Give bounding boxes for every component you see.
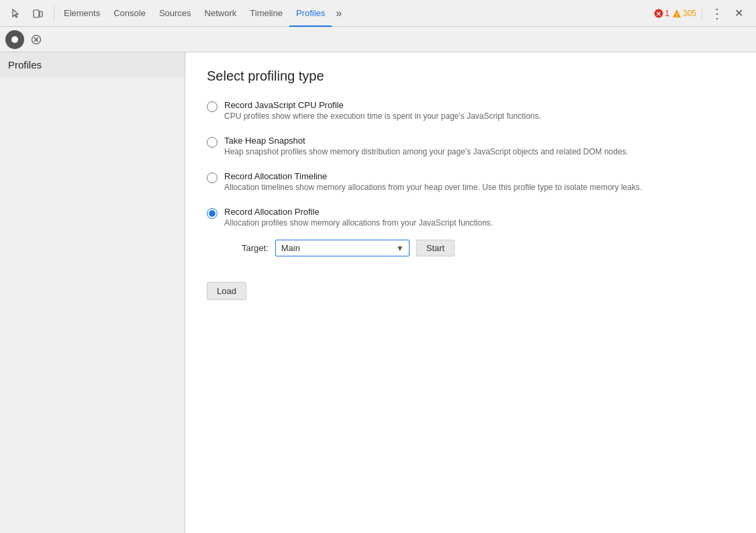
- tab-elements[interactable]: Elements: [57, 1, 107, 27]
- warning-badge: ! 305: [672, 9, 696, 18]
- option-cpu: Record JavaScript CPU Profile CPU profil…: [207, 100, 735, 122]
- option-heap: Take Heap Snapshot Heap snapshot profile…: [207, 136, 735, 158]
- svg-point-6: [11, 36, 18, 43]
- radio-heap[interactable]: [207, 137, 218, 148]
- main-area: Profiles Select profiling type Record Ja…: [0, 52, 756, 533]
- start-button[interactable]: Start: [416, 240, 455, 256]
- option-heap-desc: Heap snapshot profiles show memory distr…: [224, 146, 628, 158]
- radio-alloc-timeline-wrap[interactable]: [207, 173, 218, 185]
- badge-divider: [702, 8, 702, 19]
- tab-sources[interactable]: Sources: [152, 1, 198, 27]
- content-area: Select profiling type Record JavaScript …: [185, 52, 756, 533]
- option-alloc-profile-desc: Allocation profiles show memory allocati…: [224, 217, 493, 229]
- tab-profiles[interactable]: Profiles: [289, 1, 332, 27]
- option-allocation-profile: Record Allocation Profile Allocation pro…: [207, 207, 735, 256]
- option-alloc-timeline-desc: Allocation timelines show memory allocat…: [224, 181, 642, 193]
- svg-rect-0: [34, 10, 39, 17]
- radio-heap-wrap[interactable]: [207, 137, 218, 150]
- record-button[interactable]: [5, 30, 24, 49]
- option-alloc-profile-title[interactable]: Record Allocation Profile: [224, 207, 320, 217]
- error-count: 1: [665, 9, 669, 18]
- option-cpu-desc: CPU profiles show where the execution ti…: [224, 110, 541, 122]
- option-cpu-content: Record JavaScript CPU Profile CPU profil…: [224, 100, 541, 122]
- svg-rect-1: [40, 11, 42, 17]
- option-heap-content: Take Heap Snapshot Heap snapshot profile…: [224, 136, 628, 158]
- radio-alloc-timeline[interactable]: [207, 173, 218, 183]
- toolbar-right: ✕ 1 ! 305 ⋮ ✕: [649, 4, 753, 23]
- devtools-menu-button[interactable]: ⋮: [708, 4, 726, 23]
- option-alloc-timeline-title[interactable]: Record Allocation Timeline: [224, 171, 327, 181]
- error-badge: ✕ 1: [654, 9, 669, 18]
- warning-icon: !: [672, 9, 681, 18]
- radio-cpu[interactable]: [207, 101, 218, 112]
- page-title: Select profiling type: [207, 68, 735, 84]
- stop-button[interactable]: [27, 30, 46, 49]
- load-button[interactable]: Load: [207, 282, 246, 300]
- toolbar-icons: [3, 4, 51, 23]
- tab-network[interactable]: Network: [198, 1, 244, 27]
- cursor-tool-button[interactable]: [7, 4, 26, 23]
- stop-icon: [32, 35, 41, 44]
- tab-timeline[interactable]: Timeline: [243, 1, 289, 27]
- record-icon: [11, 36, 19, 44]
- option-cpu-title[interactable]: Record JavaScript CPU Profile: [224, 100, 344, 110]
- svg-text:✕: ✕: [656, 11, 661, 17]
- close-devtools-button[interactable]: ✕: [729, 4, 748, 23]
- svg-text:!: !: [676, 11, 678, 17]
- more-tabs-button[interactable]: »: [332, 0, 346, 26]
- tab-console[interactable]: Console: [107, 1, 152, 27]
- toolbar-divider: [54, 5, 54, 21]
- devtools-toolbar: Elements Console Sources Network Timelin…: [0, 0, 756, 27]
- option-alloc-profile-content: Record Allocation Profile Allocation pro…: [224, 207, 493, 256]
- warning-count: 305: [683, 9, 696, 18]
- radio-alloc-profile-wrap[interactable]: [207, 208, 218, 221]
- error-icon: ✕: [654, 9, 663, 18]
- sidebar: Profiles: [0, 52, 185, 533]
- target-select-wrapper: Main ▼: [275, 240, 410, 256]
- tabs-area: Elements Console Sources Network Timelin…: [57, 0, 649, 26]
- option-heap-title[interactable]: Take Heap Snapshot: [224, 136, 305, 146]
- target-label: Target:: [242, 243, 269, 253]
- radio-cpu-wrap[interactable]: [207, 101, 218, 114]
- target-select[interactable]: Main: [275, 240, 410, 256]
- device-mode-button[interactable]: [28, 4, 47, 23]
- second-toolbar: [0, 27, 756, 52]
- sidebar-title: Profiles: [0, 52, 185, 77]
- radio-alloc-profile[interactable]: [207, 208, 218, 219]
- option-alloc-timeline-content: Record Allocation Timeline Allocation ti…: [224, 171, 642, 193]
- target-row: Target: Main ▼ Start: [242, 240, 493, 256]
- option-allocation-timeline: Record Allocation Timeline Allocation ti…: [207, 171, 735, 193]
